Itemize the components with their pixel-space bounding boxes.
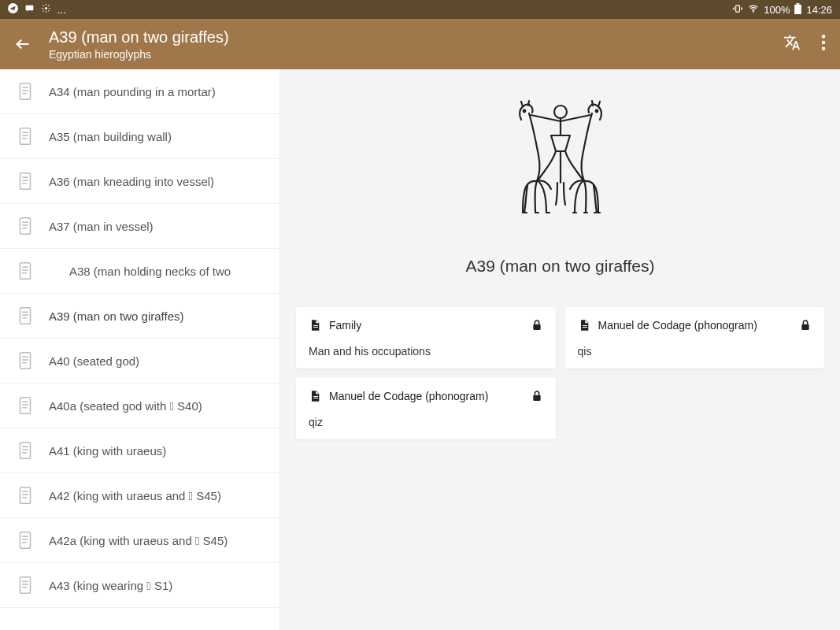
svg-line-26 <box>598 102 600 106</box>
sidebar-item-a38[interactable]: A38 (man holding necks of two <box>0 249 279 294</box>
svg-rect-17 <box>20 398 30 414</box>
svg-point-7 <box>822 35 825 38</box>
sidebar-item-a37[interactable]: A37 (man in vessel) <box>0 204 279 249</box>
appbar: A39 (man on two giraffes) Egyptian hiero… <box>0 19 840 69</box>
svg-rect-3 <box>736 5 740 11</box>
svg-point-25 <box>595 110 598 113</box>
svg-rect-35 <box>313 396 318 397</box>
a34-glyph-icon <box>14 80 36 102</box>
page-subtitle: Egyptian hieroglyphs <box>49 48 783 61</box>
card-title: Family <box>329 319 361 332</box>
a39-glyph-icon <box>14 305 36 327</box>
svg-point-22 <box>523 110 525 113</box>
svg-rect-16 <box>20 353 30 369</box>
svg-point-4 <box>753 10 754 11</box>
svg-rect-10 <box>20 83 30 100</box>
a42a-glyph-icon <box>14 529 36 551</box>
card-header: Manuel de Codage (phonogram) <box>578 318 812 332</box>
svg-rect-32 <box>583 325 587 326</box>
sidebar-item-label: A43 (king wearing 𓋔 S1) <box>49 579 172 592</box>
sidebar-list[interactable]: A34 (man pounding in a mortar)A35 (man b… <box>0 69 280 630</box>
settings-icon <box>41 3 51 16</box>
statusbar-more: ... <box>57 4 66 16</box>
sidebar-item-label: A41 (king with uraeus) <box>49 444 166 458</box>
info-card[interactable]: FamilyMan and his occupations <box>296 307 556 369</box>
sidebar-item-label: A34 (man pounding in a mortar) <box>49 85 216 98</box>
svg-line-23 <box>521 102 523 106</box>
sidebar-item-a36[interactable]: A36 (man kneading into vessel) <box>0 159 279 204</box>
content-area: A34 (man pounding in a mortar)A35 (man b… <box>0 69 840 630</box>
card-title: Manuel de Codage (phonogram) <box>598 319 757 332</box>
wifi-icon <box>748 3 759 17</box>
detail-title: A39 (man on two giraffes) <box>465 257 654 276</box>
a42-glyph-icon <box>14 484 36 506</box>
sms-icon <box>24 3 35 16</box>
a36-glyph-icon <box>14 170 36 192</box>
sidebar-item-label: A36 (man kneading into vessel) <box>49 175 214 188</box>
overflow-menu-button[interactable] <box>821 35 826 54</box>
sidebar-item-label: A42a (king with uraeus and 𓌌 S45) <box>49 534 228 547</box>
document-icon <box>309 318 321 332</box>
lock-icon <box>799 318 812 332</box>
sidebar-item-label: A39 (man on two giraffes) <box>49 309 183 323</box>
svg-rect-31 <box>533 324 540 330</box>
svg-rect-36 <box>313 398 318 398</box>
card-body: Man and his occupations <box>309 345 543 358</box>
svg-rect-37 <box>533 395 540 401</box>
document-icon <box>309 389 321 403</box>
svg-rect-11 <box>20 128 30 145</box>
svg-line-24 <box>528 101 529 106</box>
a40a-glyph-icon <box>14 395 36 417</box>
svg-rect-33 <box>583 327 587 328</box>
sidebar-item-label: A40 (seated god) <box>49 354 139 368</box>
sidebar-item-a42a[interactable]: A42a (king with uraeus and 𓌌 S45) <box>0 518 279 563</box>
svg-rect-30 <box>313 327 318 328</box>
svg-line-27 <box>592 101 593 106</box>
card-body: qiz <box>309 416 543 428</box>
translate-button[interactable] <box>783 34 801 54</box>
lock-icon <box>531 389 543 403</box>
a35-glyph-icon <box>14 125 36 147</box>
battery-icon <box>794 3 801 17</box>
back-button[interactable] <box>14 35 31 53</box>
svg-rect-34 <box>801 324 809 330</box>
svg-rect-5 <box>795 4 802 13</box>
card-header: Family <box>309 318 543 332</box>
svg-point-9 <box>822 47 825 50</box>
glyph-hero-image <box>490 96 631 222</box>
sidebar-item-a42[interactable]: A42 (king with uraeus and 𓌌 S45) <box>0 473 279 518</box>
a41-glyph-icon <box>14 439 36 461</box>
sidebar-item-a43[interactable]: A43 (king wearing 𓋔 S1) <box>0 563 279 608</box>
a37-glyph-icon <box>14 215 36 237</box>
clock-text: 14:26 <box>806 4 832 16</box>
sidebar-item-a34[interactable]: A34 (man pounding in a mortar) <box>0 69 279 114</box>
sidebar-item-a41[interactable]: A41 (king with uraeus) <box>0 428 279 473</box>
battery-text: 100% <box>764 4 790 16</box>
a38-glyph-icon <box>14 260 36 282</box>
svg-point-28 <box>554 106 567 118</box>
card-body: qis <box>578 345 812 358</box>
sidebar-item-a40a[interactable]: A40a (seated god with 𓋿 S40) <box>0 384 279 428</box>
sidebar-item-label: A37 (man in vessel) <box>49 220 154 233</box>
info-card[interactable]: Manuel de Codage (phonogram)qis <box>565 307 825 369</box>
svg-rect-14 <box>20 263 30 280</box>
sidebar-item-label: A35 (man building wall) <box>49 130 172 143</box>
info-card[interactable]: Manuel de Codage (phonogram)qiz <box>296 378 556 439</box>
svg-point-8 <box>822 41 825 44</box>
sidebar-item-a35[interactable]: A35 (man building wall) <box>0 114 279 159</box>
page-title: A39 (man on two giraffes) <box>49 28 783 46</box>
sidebar-item-a40[interactable]: A40 (seated god) <box>0 339 279 384</box>
svg-rect-19 <box>20 487 30 504</box>
svg-rect-18 <box>20 443 30 459</box>
svg-rect-13 <box>20 218 30 235</box>
svg-rect-21 <box>20 577 30 594</box>
svg-rect-1 <box>26 6 34 11</box>
sidebar-item-a39[interactable]: A39 (man on two giraffes) <box>0 294 279 339</box>
card-header: Manuel de Codage (phonogram) <box>309 389 543 403</box>
vibrate-icon <box>732 3 743 17</box>
svg-rect-15 <box>20 308 30 324</box>
svg-rect-6 <box>797 3 800 5</box>
lock-icon <box>531 318 543 332</box>
a40-glyph-icon <box>14 350 36 372</box>
svg-rect-20 <box>20 532 30 549</box>
